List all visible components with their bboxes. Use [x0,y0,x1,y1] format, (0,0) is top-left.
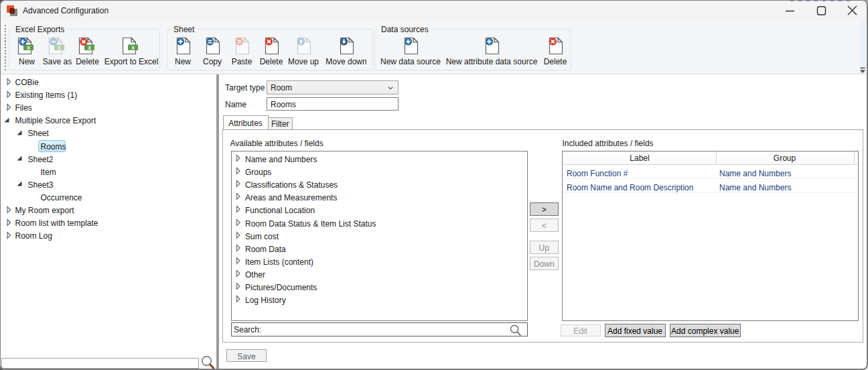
svg-text:x: x [88,44,91,51]
svg-text:x: x [27,44,30,51]
svg-text:x: x [58,44,61,51]
svg-text:x: x [131,44,135,51]
